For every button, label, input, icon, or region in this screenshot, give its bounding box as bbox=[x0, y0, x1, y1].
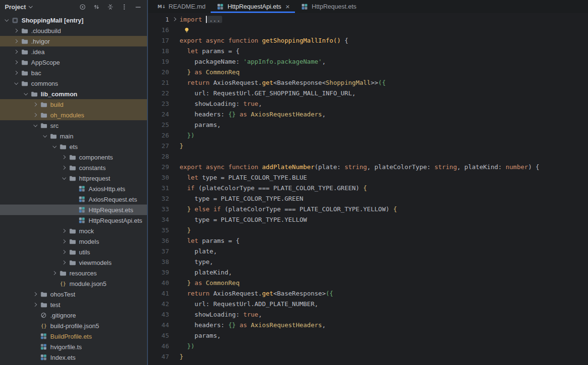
line-number[interactable]: 28 bbox=[148, 151, 169, 162]
code-scroll-area[interactable]: 1161718192021222324252627282930313233343… bbox=[148, 13, 588, 365]
code-line[interactable]: headers: {} as AxiosRequestHeaders, bbox=[180, 320, 588, 331]
line-number[interactable]: 23 bbox=[148, 99, 169, 109]
line-number[interactable]: 30 bbox=[148, 172, 169, 183]
code-line[interactable]: } as CommonReq bbox=[180, 67, 588, 78]
code-line[interactable]: }) bbox=[180, 130, 588, 141]
line-number[interactable]: 17 bbox=[148, 35, 169, 46]
code-line[interactable]: export async function getShoppingMallInf… bbox=[180, 35, 588, 46]
code-line[interactable]: } bbox=[180, 225, 588, 236]
fold-indicator-icon[interactable] bbox=[169, 14, 180, 25]
swap-vertical-button[interactable] bbox=[92, 2, 101, 11]
line-number[interactable]: 38 bbox=[148, 257, 169, 267]
chevron-expanded-icon[interactable] bbox=[3, 16, 11, 24]
line-number[interactable]: 43 bbox=[148, 309, 169, 320]
tree-file-build-profile-json5[interactable]: {}build-profile.json5 bbox=[0, 320, 147, 331]
tree-folder-main[interactable]: main bbox=[0, 131, 147, 141]
line-number[interactable]: 37 bbox=[148, 246, 169, 257]
chevron-collapsed-icon[interactable] bbox=[60, 153, 68, 161]
chevron-collapsed-icon[interactable] bbox=[60, 248, 68, 256]
code-line[interactable]: type = PLATE_COLOR_TYPE.GREEN bbox=[180, 194, 588, 204]
collapse-all-button[interactable] bbox=[106, 2, 114, 11]
chevron-collapsed-icon[interactable] bbox=[51, 269, 58, 277]
line-number[interactable]: 22 bbox=[148, 88, 169, 99]
line-number[interactable]: 25 bbox=[148, 120, 169, 130]
tree-folder-httprequest[interactable]: httprequest bbox=[0, 173, 147, 183]
code-line[interactable]: url: RequestUrl.GET_SHOPPING_MALL_INFO_U… bbox=[180, 88, 588, 99]
code-line[interactable]: } as CommonReq bbox=[180, 278, 588, 288]
tree-file-index-ets[interactable]: Index.ets bbox=[0, 352, 147, 363]
code-line[interactable]: let params = { bbox=[180, 46, 588, 57]
code-line[interactable]: if (plateColorType === PLATE_COLOR_TYPE.… bbox=[180, 183, 588, 194]
tree-folder-resources[interactable]: resources bbox=[0, 268, 147, 278]
line-number[interactable]: 21 bbox=[148, 78, 169, 88]
line-number[interactable]: 44 bbox=[148, 320, 169, 331]
chevron-collapsed-icon[interactable] bbox=[32, 290, 39, 298]
hide-button[interactable] bbox=[134, 2, 142, 11]
line-number[interactable]: 34 bbox=[148, 215, 169, 225]
line-number[interactable]: 32 bbox=[148, 194, 169, 204]
tree-folder-models[interactable]: models bbox=[0, 236, 147, 247]
folded-region[interactable]: ... bbox=[207, 16, 222, 23]
code-line[interactable]: url: RequestUrl.ADD_PLATE_NUMBER, bbox=[180, 299, 588, 309]
line-number[interactable]: 39 bbox=[148, 267, 169, 278]
lightbulb-icon[interactable] bbox=[182, 26, 191, 34]
code-line[interactable]: } bbox=[180, 352, 588, 362]
chevron-collapsed-icon[interactable] bbox=[12, 48, 20, 56]
line-number[interactable]: 41 bbox=[148, 288, 169, 299]
code-line[interactable]: export async function addPlateNumber(pla… bbox=[180, 162, 588, 172]
line-number[interactable]: 42 bbox=[148, 299, 169, 309]
tree-folder-test[interactable]: test bbox=[0, 299, 147, 310]
tree-folder-src[interactable]: src bbox=[0, 120, 147, 131]
code-line[interactable]: type, bbox=[180, 257, 588, 267]
code-line[interactable]: return AxiosRequest.get<BaseResponse<Sho… bbox=[180, 78, 588, 88]
tree-folder-shoppingmall-entry[interactable]: ShoppingMall [entry] bbox=[0, 15, 147, 25]
code-line[interactable]: plate, bbox=[180, 246, 588, 257]
code-line[interactable]: showLoading: true, bbox=[180, 99, 588, 109]
tree-folder-oh-modules[interactable]: oh_modules bbox=[0, 110, 147, 120]
tree-folder-cloudbuild[interactable]: .cloudbuild bbox=[0, 25, 147, 36]
code-line[interactable]: plateKind, bbox=[180, 267, 588, 278]
line-number[interactable]: 36 bbox=[148, 236, 169, 246]
chevron-expanded-icon[interactable] bbox=[22, 90, 30, 98]
chevron-expanded-icon[interactable] bbox=[12, 80, 20, 87]
close-icon[interactable]: × bbox=[285, 3, 290, 10]
tree-file-axioshttp-ets[interactable]: AxiosHttp.ets bbox=[0, 183, 147, 194]
code-line[interactable]: } else if (plateColorType === PLATE_COLO… bbox=[180, 204, 588, 215]
tree-folder-build[interactable]: build bbox=[0, 99, 147, 110]
tree-folder-components[interactable]: components bbox=[0, 152, 147, 162]
tree-file-axiosrequest-ets[interactable]: AxiosRequest.ets bbox=[0, 194, 147, 205]
tree-file-buildprofile-ets[interactable]: BuildProfile.ets bbox=[0, 331, 147, 342]
chevron-collapsed-icon[interactable] bbox=[12, 58, 20, 66]
tree-file-httprequestapi-ets[interactable]: HttpRequestApi.ets bbox=[0, 215, 147, 226]
code-line[interactable] bbox=[180, 25, 588, 35]
line-number[interactable]: 46 bbox=[148, 341, 169, 352]
line-number[interactable]: 27 bbox=[148, 141, 169, 151]
code-line[interactable]: headers: {} as AxiosRequestHeaders, bbox=[180, 109, 588, 120]
tree-folder-constants[interactable]: constants bbox=[0, 162, 147, 173]
code-line[interactable]: showLoading: true, bbox=[180, 309, 588, 320]
line-number[interactable]: 45 bbox=[148, 331, 169, 341]
more-vertical-button[interactable] bbox=[120, 2, 128, 11]
tree-file-module-json5[interactable]: {}module.json5 bbox=[0, 278, 147, 289]
code-line[interactable]: }) bbox=[180, 341, 588, 352]
tree-file-gitignore[interactable]: .gitignore bbox=[0, 310, 147, 320]
tab-readme-md[interactable]: M↓README.md bbox=[152, 0, 211, 13]
target-button[interactable] bbox=[78, 2, 87, 11]
code-line[interactable]: let type = PLATE_COLOR_TYPE.BLUE bbox=[180, 172, 588, 183]
code-line[interactable]: type = PLATE_COLOR_TYPE.YELLOW bbox=[180, 215, 588, 225]
line-number[interactable]: 19 bbox=[148, 57, 169, 67]
code-line[interactable]: packageName: 'appInfo.packageName', bbox=[180, 57, 588, 67]
line-number[interactable]: 16 bbox=[148, 25, 169, 35]
code-line[interactable]: params, bbox=[180, 331, 588, 341]
line-number[interactable]: 40 bbox=[148, 278, 169, 288]
chevron-collapsed-icon[interactable] bbox=[12, 27, 20, 34]
tree-folder-ohostest[interactable]: ohosTest bbox=[0, 289, 147, 299]
line-number[interactable]: 35 bbox=[148, 225, 169, 236]
line-number[interactable]: 47 bbox=[148, 352, 169, 362]
chevron-expanded-icon[interactable] bbox=[60, 174, 68, 182]
tree-folder-lib-common[interactable]: lib_common bbox=[0, 89, 147, 99]
tab-httprequest-ets[interactable]: HttpRequest.ets bbox=[295, 0, 362, 13]
tree-folder-commons[interactable]: commons bbox=[0, 78, 147, 89]
code-line[interactable]: let params = { bbox=[180, 236, 588, 246]
line-number[interactable]: 31 bbox=[148, 183, 169, 194]
